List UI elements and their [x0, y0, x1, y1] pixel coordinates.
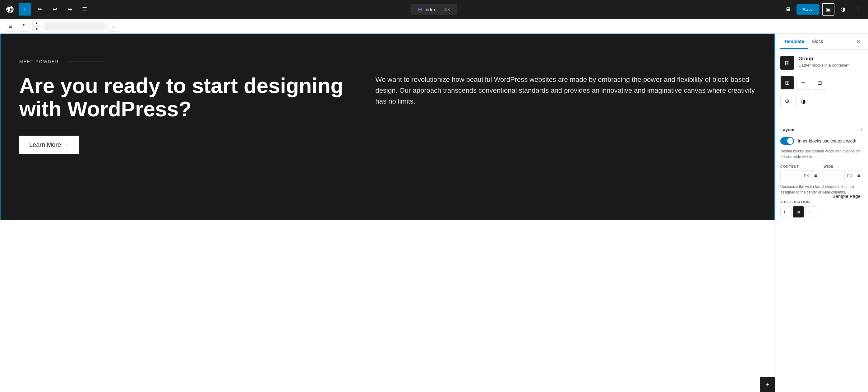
add-block-button[interactable]: + [19, 3, 31, 16]
toggle-row: Inner blocks use content width [780, 137, 863, 145]
eyebrow: MEET POWDER [19, 59, 755, 64]
contrast-button[interactable]: ◑ [837, 3, 849, 16]
learn-more-button[interactable]: Learn More → [19, 135, 79, 154]
options-icon: ⋮ [112, 24, 116, 29]
desktop-view-button[interactable]: 🖥 [782, 3, 794, 16]
hero-content: Are you ready to start designing with Wo… [19, 74, 755, 195]
list-view-icon: ☰ [82, 6, 87, 13]
just-left-icon: ⊢ [784, 209, 788, 214]
eyebrow-line [66, 62, 104, 62]
wide-label: WIDE [824, 164, 863, 168]
content-input-wrapper: PX ≡ [780, 170, 820, 181]
toolbar-right: 🖥 Save ▣ ◑ ⋮ [782, 3, 864, 16]
wide-input-group: WIDE PX ≡ [824, 164, 863, 181]
just-right-button[interactable]: ⊣ [805, 206, 816, 217]
block-options-button[interactable]: ⋮ [108, 21, 119, 32]
pencil-icon: ✏ [38, 6, 42, 13]
tab-template[interactable]: Template [780, 34, 808, 49]
tab-block[interactable]: Block [808, 34, 827, 49]
layout-stack-button[interactable]: ⊞ [780, 76, 794, 90]
canvas-area: MEET POWDER Are you ready to start desig… [0, 34, 775, 392]
content-input[interactable] [781, 171, 801, 181]
just-right-icon: ⊣ [809, 209, 813, 214]
right-sidebar: Template Block ✕ ⊞ Group Gather blocks i… [775, 34, 868, 392]
block-settings-button[interactable]: ⚙ [780, 95, 794, 108]
inputs-row: CONTENT PX ≡ WIDE PX ≡ [780, 164, 863, 181]
layout-section-title: Layout [780, 127, 795, 132]
hero-body: We want to revolutionize how beautiful W… [376, 74, 755, 107]
hero-section: MEET POWDER Are you ready to start desig… [0, 34, 775, 220]
list-view-button[interactable]: ☰ [79, 3, 91, 16]
block-info-area: ⊞ Group Gather blocks in a container. ⊞ … [775, 50, 868, 121]
split-icon: ⊣ [801, 79, 806, 86]
index-area: ⊞ Index ⌘K [410, 4, 457, 15]
block-style-button[interactable]: ◑ [797, 95, 810, 108]
plus-canvas-icon: + [766, 381, 769, 388]
pencil-button[interactable]: ✏ [34, 3, 46, 16]
move-up-button[interactable]: ▲ [32, 20, 41, 26]
plus-icon: + [23, 6, 27, 13]
just-center-button[interactable]: ⊕ [793, 206, 804, 217]
block-toolbar-select[interactable]: ⊡ [5, 21, 16, 32]
hero-heading: Are you ready to start designing with Wo… [19, 74, 351, 121]
undo-icon: ↩ [53, 6, 57, 13]
wide-input-wrapper: PX ≡ [824, 170, 863, 181]
block-info: ⊞ Group Gather blocks in a container. [780, 56, 863, 70]
layout-chevron-icon[interactable]: ∧ [860, 127, 863, 132]
toggle-description: Nested blocks use content width with opt… [780, 148, 863, 160]
just-left-button[interactable]: ⊢ [780, 206, 792, 217]
main-layout: MEET POWDER Are you ready to start desig… [0, 34, 868, 392]
stack-icon: ⊞ [785, 79, 789, 86]
sidebar-toggle-button[interactable]: ▣ [822, 3, 834, 16]
save-button[interactable]: Save [797, 4, 819, 14]
select-icon: ⊡ [9, 24, 12, 29]
wide-align-icon: ≡ [858, 173, 860, 179]
sidebar-close-button[interactable]: ✕ [853, 37, 863, 47]
toggle-label: Inner blocks use content width [798, 139, 856, 144]
gear-icon: ⚙ [785, 98, 789, 105]
toggle-knob [787, 138, 794, 144]
sidebar-tabs: Template Block ✕ [775, 34, 868, 50]
layout-section-header: Layout ∧ [780, 127, 863, 132]
block-description: Gather blocks in a container. [798, 63, 850, 67]
sidebar-divider [775, 121, 868, 121]
sample-page-label: Sample Page [833, 193, 861, 199]
group-icon: ⊞ [785, 59, 790, 67]
wide-align-button[interactable]: ≡ [855, 171, 863, 181]
redo-icon: ↪ [67, 6, 72, 13]
grid-icon: ⊟ [817, 79, 822, 86]
layout-grid-button[interactable]: ⊟ [813, 76, 826, 90]
inner-blocks-toggle[interactable] [780, 137, 794, 145]
url-bar-area: ⊡ ⠿ ▲ ▼ ⋮ Sample Page [0, 19, 868, 34]
block-title: Group [798, 56, 850, 62]
block-toolbar-move[interactable]: ⠿ [19, 21, 30, 32]
layout-split-button[interactable]: ⊣ [797, 76, 810, 90]
index-button[interactable]: ⊞ Index ⌘K [410, 4, 457, 15]
eyebrow-text: MEET POWDER [19, 59, 59, 64]
content-px-label: PX [801, 171, 811, 180]
chevron-down-icon: ▼ [35, 27, 38, 31]
desktop-icon: 🖥 [785, 6, 790, 13]
block-info-text: Group Gather blocks in a container. [798, 56, 850, 67]
justification-label: JUSTIFICATION [780, 200, 863, 204]
add-block-canvas-button[interactable]: + [760, 377, 775, 392]
more-options-button[interactable]: ⋮ [852, 3, 864, 16]
content-label: CONTENT [780, 164, 820, 168]
move-down-button[interactable]: ▼ [32, 26, 41, 32]
close-icon: ✕ [856, 38, 861, 45]
hero-right: We want to revolutionize how beautiful W… [376, 74, 755, 107]
contrast-half-icon: ◑ [801, 98, 806, 105]
block-icon: ⊞ [780, 56, 794, 70]
wp-logo [4, 3, 16, 16]
settings-row: ⚙ ◑ [780, 95, 863, 108]
wide-input[interactable] [824, 171, 844, 181]
wide-px-label: PX [844, 171, 855, 180]
ellipsis-icon: ⋮ [855, 6, 861, 13]
layout-icons-row: ⊞ ⊣ ⊟ [780, 76, 863, 90]
just-center-icon: ⊕ [797, 209, 800, 214]
redo-button[interactable]: ↪ [63, 3, 76, 16]
index-label: Index [424, 7, 436, 12]
content-align-button[interactable]: ≡ [811, 171, 819, 181]
undo-button[interactable]: ↩ [49, 3, 61, 16]
main-toolbar: + ✏ ↩ ↪ ☰ ⊞ Index ⌘K 🖥 Save ▣ ◑ ⋮ [0, 0, 868, 19]
